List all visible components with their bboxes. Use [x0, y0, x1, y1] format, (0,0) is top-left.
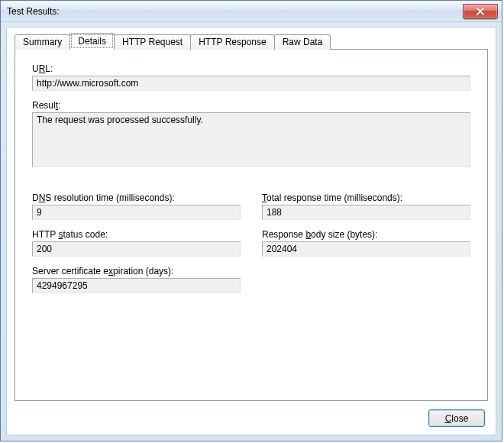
result-label: Result: — [32, 100, 470, 111]
body-size-field[interactable] — [262, 241, 470, 257]
close-icon — [476, 8, 485, 15]
cert-field[interactable] — [32, 278, 241, 293]
titlebar: Test Results: — [1, 1, 502, 22]
dialog-window: Test Results: Summary Details HTTP Reque… — [0, 0, 502, 441]
total-field[interactable] — [262, 205, 470, 220]
tab-details[interactable]: Details — [69, 33, 115, 50]
body-size-label: Response body size (bytes): — [262, 229, 470, 240]
window-close-button[interactable] — [463, 4, 498, 19]
url-label: URL: — [32, 63, 470, 74]
close-button[interactable]: Close — [428, 409, 485, 427]
button-bar: Close — [428, 409, 485, 427]
dns-label: DNS resolution time (milliseconds): — [32, 192, 241, 203]
tab-http-response[interactable]: HTTP Response — [190, 34, 274, 50]
tab-panel-details: URL: Result: DNS resolution time (millis… — [15, 49, 488, 401]
tab-summary[interactable]: Summary — [15, 34, 70, 50]
tab-raw-data[interactable]: Raw Data — [274, 34, 331, 50]
window-title: Test Results: — [7, 6, 60, 17]
tab-http-request[interactable]: HTTP Request — [114, 34, 191, 50]
dns-field[interactable] — [32, 205, 241, 220]
status-label: HTTP status code: — [32, 229, 241, 240]
result-field[interactable] — [32, 112, 470, 167]
tab-strip: Summary Details HTTP Request HTTP Respon… — [7, 27, 496, 49]
url-field[interactable] — [32, 76, 470, 91]
total-label: Total response time (milliseconds): — [262, 192, 470, 203]
client-area: Summary Details HTTP Request HTTP Respon… — [6, 27, 496, 435]
status-field[interactable] — [32, 241, 241, 257]
cert-label: Server certificate expiration (days): — [32, 266, 241, 276]
